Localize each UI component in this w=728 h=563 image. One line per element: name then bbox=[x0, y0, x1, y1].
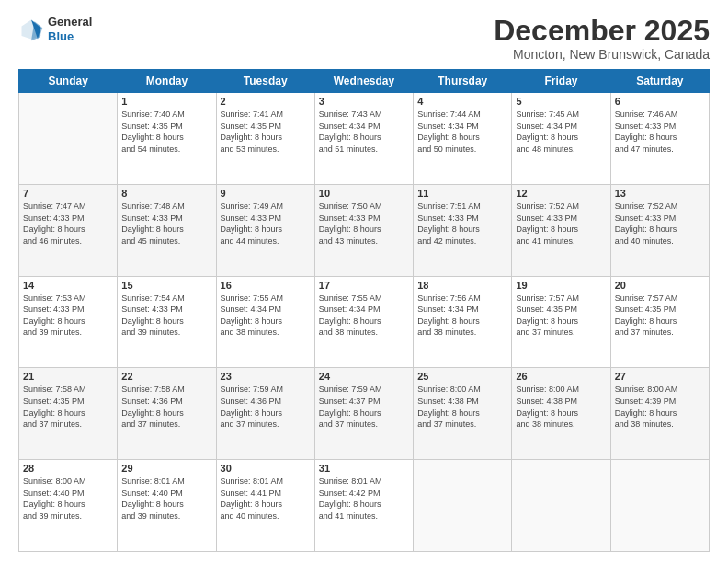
day-info: Sunrise: 7:48 AM Sunset: 4:33 PM Dayligh… bbox=[121, 201, 211, 247]
calendar-day-header: Monday bbox=[118, 70, 216, 93]
day-number: 18 bbox=[417, 280, 507, 291]
day-info: Sunrise: 8:00 AM Sunset: 4:40 PM Dayligh… bbox=[23, 476, 113, 522]
day-number: 12 bbox=[516, 188, 606, 199]
day-info: Sunrise: 7:58 AM Sunset: 4:35 PM Dayligh… bbox=[23, 384, 113, 430]
month-title: December 2025 bbox=[494, 15, 710, 47]
calendar-cell bbox=[610, 460, 709, 552]
calendar-cell: 10Sunrise: 7:50 AM Sunset: 4:33 PM Dayli… bbox=[314, 184, 413, 276]
day-number: 23 bbox=[221, 371, 311, 382]
calendar-day-header: Thursday bbox=[414, 70, 512, 93]
logo-general: General bbox=[48, 15, 92, 29]
calendar-cell: 13Sunrise: 7:52 AM Sunset: 4:33 PM Dayli… bbox=[610, 184, 709, 276]
calendar-cell: 18Sunrise: 7:56 AM Sunset: 4:34 PM Dayli… bbox=[414, 276, 512, 368]
day-number: 31 bbox=[319, 463, 409, 474]
calendar-week-row: 28Sunrise: 8:00 AM Sunset: 4:40 PM Dayli… bbox=[19, 460, 710, 552]
calendar-cell: 19Sunrise: 7:57 AM Sunset: 4:35 PM Dayli… bbox=[512, 276, 610, 368]
day-info: Sunrise: 7:47 AM Sunset: 4:33 PM Dayligh… bbox=[23, 201, 113, 247]
calendar-cell: 31Sunrise: 8:01 AM Sunset: 4:42 PM Dayli… bbox=[314, 460, 413, 552]
calendar-cell: 1Sunrise: 7:40 AM Sunset: 4:35 PM Daylig… bbox=[118, 93, 216, 185]
calendar-cell: 29Sunrise: 8:01 AM Sunset: 4:40 PM Dayli… bbox=[118, 460, 216, 552]
day-number: 24 bbox=[319, 371, 409, 382]
day-info: Sunrise: 7:50 AM Sunset: 4:33 PM Dayligh… bbox=[319, 201, 409, 247]
location: Moncton, New Brunswick, Canada bbox=[494, 47, 710, 62]
day-info: Sunrise: 8:00 AM Sunset: 4:38 PM Dayligh… bbox=[417, 384, 507, 430]
calendar-cell: 22Sunrise: 7:58 AM Sunset: 4:36 PM Dayli… bbox=[118, 368, 216, 460]
day-number: 21 bbox=[23, 371, 113, 382]
day-number: 9 bbox=[221, 188, 311, 199]
day-number: 5 bbox=[516, 96, 606, 107]
calendar-week-row: 1Sunrise: 7:40 AM Sunset: 4:35 PM Daylig… bbox=[19, 93, 710, 185]
calendar-cell: 26Sunrise: 8:00 AM Sunset: 4:38 PM Dayli… bbox=[512, 368, 610, 460]
day-number: 1 bbox=[121, 96, 211, 107]
day-number: 2 bbox=[221, 96, 311, 107]
day-info: Sunrise: 7:44 AM Sunset: 4:34 PM Dayligh… bbox=[417, 109, 507, 155]
day-info: Sunrise: 7:53 AM Sunset: 4:33 PM Dayligh… bbox=[23, 293, 113, 339]
day-info: Sunrise: 7:55 AM Sunset: 4:34 PM Dayligh… bbox=[221, 293, 311, 339]
day-number: 27 bbox=[615, 371, 705, 382]
calendar-cell: 5Sunrise: 7:45 AM Sunset: 4:34 PM Daylig… bbox=[512, 93, 610, 185]
calendar-cell bbox=[512, 460, 610, 552]
calendar-cell bbox=[414, 460, 512, 552]
calendar-cell: 16Sunrise: 7:55 AM Sunset: 4:34 PM Dayli… bbox=[216, 276, 314, 368]
calendar-cell: 24Sunrise: 7:59 AM Sunset: 4:37 PM Dayli… bbox=[314, 368, 413, 460]
day-number: 6 bbox=[615, 96, 705, 107]
day-number: 14 bbox=[23, 280, 113, 291]
calendar-week-row: 21Sunrise: 7:58 AM Sunset: 4:35 PM Dayli… bbox=[19, 368, 710, 460]
calendar-week-row: 7Sunrise: 7:47 AM Sunset: 4:33 PM Daylig… bbox=[19, 184, 710, 276]
day-info: Sunrise: 8:00 AM Sunset: 4:39 PM Dayligh… bbox=[615, 384, 705, 430]
calendar-day-header: Sunday bbox=[19, 70, 118, 93]
day-info: Sunrise: 7:52 AM Sunset: 4:33 PM Dayligh… bbox=[516, 201, 606, 247]
day-info: Sunrise: 7:46 AM Sunset: 4:33 PM Dayligh… bbox=[615, 109, 705, 155]
day-number: 16 bbox=[221, 280, 311, 291]
calendar-cell: 21Sunrise: 7:58 AM Sunset: 4:35 PM Dayli… bbox=[19, 368, 118, 460]
day-info: Sunrise: 7:55 AM Sunset: 4:34 PM Dayligh… bbox=[319, 293, 409, 339]
day-info: Sunrise: 7:40 AM Sunset: 4:35 PM Dayligh… bbox=[121, 109, 211, 155]
day-number: 10 bbox=[319, 188, 409, 199]
day-number: 4 bbox=[417, 96, 507, 107]
calendar-cell: 7Sunrise: 7:47 AM Sunset: 4:33 PM Daylig… bbox=[19, 184, 118, 276]
calendar-cell: 12Sunrise: 7:52 AM Sunset: 4:33 PM Dayli… bbox=[512, 184, 610, 276]
calendar-cell: 15Sunrise: 7:54 AM Sunset: 4:33 PM Dayli… bbox=[118, 276, 216, 368]
calendar-header-row: SundayMondayTuesdayWednesdayThursdayFrid… bbox=[19, 70, 710, 93]
day-info: Sunrise: 7:58 AM Sunset: 4:36 PM Dayligh… bbox=[121, 384, 211, 430]
day-number: 26 bbox=[516, 371, 606, 382]
calendar-cell: 2Sunrise: 7:41 AM Sunset: 4:35 PM Daylig… bbox=[216, 93, 314, 185]
calendar-day-header: Tuesday bbox=[216, 70, 314, 93]
day-number: 20 bbox=[615, 280, 705, 291]
day-info: Sunrise: 7:45 AM Sunset: 4:34 PM Dayligh… bbox=[516, 109, 606, 155]
day-info: Sunrise: 8:01 AM Sunset: 4:41 PM Dayligh… bbox=[221, 476, 311, 522]
day-info: Sunrise: 7:57 AM Sunset: 4:35 PM Dayligh… bbox=[516, 293, 606, 339]
day-number: 7 bbox=[23, 188, 113, 199]
day-number: 29 bbox=[121, 463, 211, 474]
day-info: Sunrise: 7:57 AM Sunset: 4:35 PM Dayligh… bbox=[615, 293, 705, 339]
day-number: 25 bbox=[417, 371, 507, 382]
day-number: 30 bbox=[221, 463, 311, 474]
calendar-cell: 25Sunrise: 8:00 AM Sunset: 4:38 PM Dayli… bbox=[414, 368, 512, 460]
calendar-day-header: Friday bbox=[512, 70, 610, 93]
title-block: December 2025 Moncton, New Brunswick, Ca… bbox=[494, 15, 710, 62]
day-number: 15 bbox=[121, 280, 211, 291]
calendar-cell: 20Sunrise: 7:57 AM Sunset: 4:35 PM Dayli… bbox=[610, 276, 709, 368]
day-number: 22 bbox=[121, 371, 211, 382]
day-number: 11 bbox=[417, 188, 507, 199]
calendar-cell: 8Sunrise: 7:48 AM Sunset: 4:33 PM Daylig… bbox=[118, 184, 216, 276]
calendar-cell: 23Sunrise: 7:59 AM Sunset: 4:36 PM Dayli… bbox=[216, 368, 314, 460]
calendar-cell: 30Sunrise: 8:01 AM Sunset: 4:41 PM Dayli… bbox=[216, 460, 314, 552]
logo: General Blue bbox=[18, 15, 92, 43]
day-info: Sunrise: 8:00 AM Sunset: 4:38 PM Dayligh… bbox=[516, 384, 606, 430]
calendar-cell: 27Sunrise: 8:00 AM Sunset: 4:39 PM Dayli… bbox=[610, 368, 709, 460]
calendar-cell: 9Sunrise: 7:49 AM Sunset: 4:33 PM Daylig… bbox=[216, 184, 314, 276]
calendar-cell bbox=[19, 93, 118, 185]
page: General Blue December 2025 Moncton, New … bbox=[0, 0, 728, 563]
day-info: Sunrise: 7:41 AM Sunset: 4:35 PM Dayligh… bbox=[221, 109, 311, 155]
day-info: Sunrise: 7:51 AM Sunset: 4:33 PM Dayligh… bbox=[417, 201, 507, 247]
day-info: Sunrise: 8:01 AM Sunset: 4:42 PM Dayligh… bbox=[319, 476, 409, 522]
calendar-cell: 3Sunrise: 7:43 AM Sunset: 4:34 PM Daylig… bbox=[314, 93, 413, 185]
logo-blue: Blue bbox=[48, 29, 74, 43]
header: General Blue December 2025 Moncton, New … bbox=[18, 15, 710, 62]
day-info: Sunrise: 8:01 AM Sunset: 4:40 PM Dayligh… bbox=[121, 476, 211, 522]
day-number: 3 bbox=[319, 96, 409, 107]
day-info: Sunrise: 7:54 AM Sunset: 4:33 PM Dayligh… bbox=[121, 293, 211, 339]
day-number: 13 bbox=[615, 188, 705, 199]
calendar-day-header: Wednesday bbox=[314, 70, 413, 93]
